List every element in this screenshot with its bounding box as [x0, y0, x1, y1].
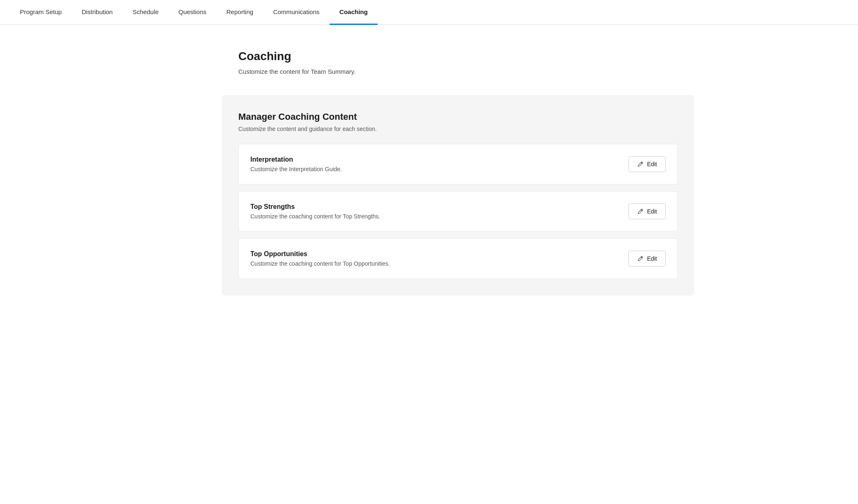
section-info-top-strengths: Top Strengths Customize the coaching con…: [250, 203, 628, 220]
nav-item-schedule[interactable]: Schedule: [123, 0, 169, 25]
card-title: Manager Coaching Content: [238, 111, 678, 122]
edit-icon-top-strengths: [637, 208, 644, 215]
section-description-top-opportunities: Customize the coaching content for Top O…: [250, 260, 628, 267]
edit-icon-top-opportunities: [637, 255, 644, 262]
section-description-interpretation: Customize the Interpretation Guide.: [250, 166, 628, 172]
section-info-top-opportunities: Top Opportunities Customize the coaching…: [250, 250, 628, 267]
section-description-top-strengths: Customize the coaching content for Top S…: [250, 213, 628, 220]
edit-button-top-opportunities[interactable]: Edit: [628, 251, 666, 267]
page-title: Coaching: [238, 50, 711, 63]
section-info-interpretation: Interpretation Customize the Interpretat…: [250, 156, 628, 172]
nav-item-reporting[interactable]: Reporting: [216, 0, 263, 25]
edit-icon-interpretation: [637, 161, 644, 167]
nav-item-coaching[interactable]: Coaching: [330, 0, 378, 25]
section-item-top-strengths: Top Strengths Customize the coaching con…: [238, 191, 678, 232]
section-title-top-strengths: Top Strengths: [250, 203, 628, 211]
main-content: Coaching Customize the content for Team …: [131, 25, 727, 320]
section-title-top-opportunities: Top Opportunities: [250, 250, 628, 258]
nav-item-communications[interactable]: Communications: [263, 0, 330, 25]
sections-container: Interpretation Customize the Interpretat…: [238, 144, 678, 279]
section-item-interpretation: Interpretation Customize the Interpretat…: [238, 144, 678, 184]
nav-item-program-setup[interactable]: Program Setup: [10, 0, 72, 25]
section-item-top-opportunities: Top Opportunities Customize the coaching…: [238, 238, 678, 279]
edit-button-interpretation[interactable]: Edit: [628, 156, 666, 172]
nav-item-distribution[interactable]: Distribution: [72, 0, 123, 25]
navigation-bar: Program SetupDistributionScheduleQuestio…: [0, 0, 858, 25]
coaching-card: Manager Coaching Content Customize the c…: [222, 95, 694, 296]
nav-item-questions[interactable]: Questions: [168, 0, 216, 25]
edit-button-top-strengths[interactable]: Edit: [628, 204, 666, 219]
page-subtitle: Customize the content for Team Summary.: [238, 68, 711, 75]
card-subtitle: Customize the content and guidance for e…: [238, 126, 678, 132]
section-title-interpretation: Interpretation: [250, 156, 628, 163]
